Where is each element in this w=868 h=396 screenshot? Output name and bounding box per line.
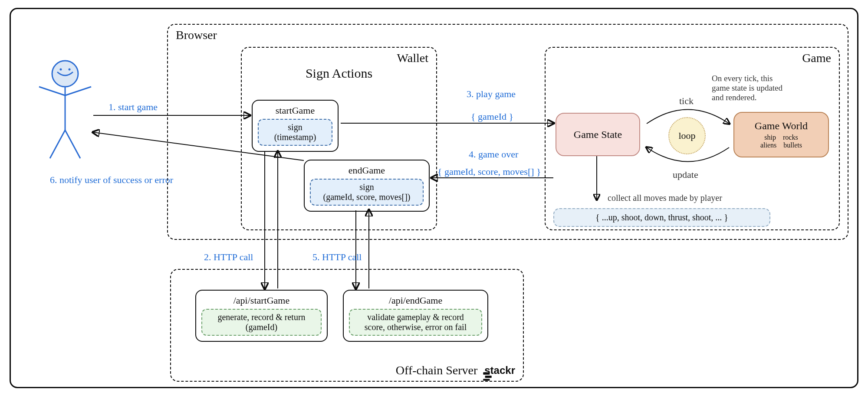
edge-arrows (0, 0, 868, 396)
edge1: 1. start game (108, 101, 158, 113)
edge5: 5. HTTP call (312, 252, 362, 263)
edge4-sub: { gameId, score, moves[] } (437, 166, 541, 177)
diagram-canvas: Browser Wallet Sign Actions startGame si… (0, 0, 868, 396)
edge3-sub: { gameId } (471, 111, 513, 122)
svg-line-13 (93, 132, 304, 160)
edge3-top: 3. play game (467, 88, 516, 100)
edge6: 6. notify user of success or error (50, 174, 173, 186)
edge2: 2. HTTP call (204, 252, 253, 263)
edge4-top: 4. game over (469, 149, 518, 160)
